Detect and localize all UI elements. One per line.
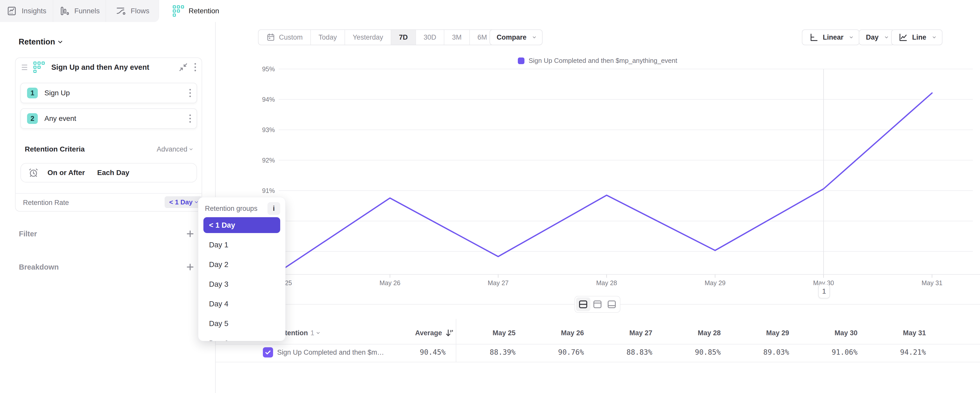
- chart-legend: Sign Up Completed and then $mp_anything_…: [215, 57, 980, 65]
- table-date-header[interactable]: May 26: [508, 329, 584, 337]
- chevron-down-icon: [189, 147, 192, 150]
- advanced-toggle[interactable]: Advanced: [157, 145, 192, 153]
- step-menu-button[interactable]: [188, 113, 190, 124]
- criteria-condition-select[interactable]: On or After: [48, 169, 85, 177]
- annotation-badge[interactable]: 1: [818, 284, 830, 299]
- granularity-select[interactable]: Day: [859, 29, 895, 45]
- add-filter-button[interactable]: [186, 230, 194, 238]
- retention-rate-label: Retention Rate: [23, 199, 69, 207]
- check-icon: [264, 349, 272, 356]
- table-date-header[interactable]: May 31: [850, 329, 926, 337]
- retention-group-option[interactable]: Day 4: [204, 294, 280, 314]
- retention-group-option[interactable]: Day 2: [204, 255, 280, 275]
- tab-insights[interactable]: Insights: [0, 0, 53, 22]
- table-date-header[interactable]: May 29: [713, 329, 789, 337]
- step-event-label: Sign Up: [45, 89, 182, 97]
- layout-table-only-button[interactable]: [605, 297, 619, 311]
- chevron-down-icon: [58, 39, 62, 43]
- retention-rate-select[interactable]: < 1 Day: [165, 196, 202, 208]
- tab-flows[interactable]: Flows: [106, 0, 159, 22]
- chart-type-select[interactable]: Line: [891, 29, 942, 45]
- compare-label: Compare: [496, 34, 527, 42]
- average-value: 90.45%: [369, 348, 445, 356]
- first-col-count: 1: [310, 329, 314, 337]
- range-7d[interactable]: 7D: [391, 30, 415, 45]
- card-divider: [15, 193, 202, 194]
- compare-button[interactable]: Compare: [490, 29, 542, 45]
- range-today[interactable]: Today: [310, 30, 345, 45]
- step-number-badge: 1: [27, 88, 38, 98]
- x-axis-label: May 26: [380, 279, 401, 286]
- query-card-header: Sign Up and then Any event: [15, 59, 202, 75]
- range-label: Today: [318, 34, 337, 42]
- add-breakdown-button[interactable]: [186, 263, 194, 272]
- retention-group-option[interactable]: < 1 Day: [204, 217, 280, 233]
- step-event-label: Any event: [45, 115, 182, 123]
- range-label: 30D: [424, 34, 436, 42]
- step-row-1[interactable]: 1 Sign Up: [21, 83, 197, 103]
- average-label: Average: [415, 329, 442, 337]
- chevron-down-icon: [195, 200, 198, 203]
- range-label: Custom: [279, 34, 303, 42]
- step-menu-button[interactable]: [188, 88, 190, 98]
- retention-icon: [173, 5, 184, 17]
- table-date-header[interactable]: May 28: [644, 329, 721, 337]
- criteria-interval-select[interactable]: Each Day: [97, 169, 129, 177]
- chevron-down-icon: [533, 35, 536, 38]
- x-axis-label: May 29: [705, 279, 725, 286]
- chart-only-icon: [592, 299, 603, 310]
- range-label: 7D: [399, 34, 408, 42]
- layout-split-button[interactable]: [576, 297, 590, 311]
- flows-icon: [115, 6, 126, 16]
- range-3m[interactable]: 3M: [444, 30, 469, 45]
- x-axis-label: May 28: [596, 279, 617, 286]
- tab-funnels[interactable]: Funnels: [53, 0, 106, 22]
- filter-section-label: Filter: [19, 230, 37, 238]
- y-axis-label: 93%: [262, 126, 275, 133]
- collapse-icon: [178, 62, 188, 72]
- criteria-row: On or After Each Day: [21, 163, 197, 182]
- table-only-icon: [607, 299, 617, 310]
- funnels-icon: [59, 6, 70, 16]
- granularity-label: Day: [866, 34, 879, 42]
- info-icon[interactable]: i: [267, 202, 280, 215]
- retention-group-option[interactable]: Day 3: [204, 275, 280, 294]
- y-axis-label: 92%: [262, 157, 275, 164]
- series-name: Sign Up Completed and then $mp_anything_…: [528, 57, 677, 65]
- report-tab-strip: Insights Funnels Flows: [0, 0, 159, 22]
- linear-scale-icon: [809, 32, 819, 42]
- range-label: 6M: [477, 34, 487, 42]
- table-value-cell: 89.03%: [713, 348, 789, 356]
- y-axis-label: 95%: [262, 66, 275, 73]
- collapse-button[interactable]: [178, 62, 188, 72]
- range-30d[interactable]: 30D: [415, 30, 444, 45]
- series-row-name[interactable]: Sign Up Completed and then $m…: [277, 348, 384, 356]
- table-date-header[interactable]: May 27: [576, 329, 652, 337]
- retention-group-option[interactable]: Day 6: [204, 334, 280, 341]
- retention-series-line: [282, 93, 932, 270]
- scale-select[interactable]: Linear: [802, 29, 859, 45]
- retention-report-page: 95%94%93%92%91%May 25May 26May 27May 28M…: [0, 0, 980, 393]
- range-yesterday[interactable]: Yesterday: [345, 30, 391, 45]
- table-date-header[interactable]: May 25: [439, 329, 515, 337]
- chevron-down-icon: [885, 35, 888, 38]
- range-label: Yesterday: [353, 34, 383, 42]
- series-swatch: [518, 58, 525, 64]
- step-row-2[interactable]: 2 Any event: [21, 109, 197, 129]
- drag-handle-icon[interactable]: [22, 65, 27, 70]
- table-date-header[interactable]: May 30: [781, 329, 858, 337]
- layout-chart-only-button[interactable]: [590, 297, 605, 311]
- retention-group-option[interactable]: Day 1: [204, 235, 280, 255]
- menu-title: Retention groups: [204, 204, 258, 212]
- retention-groups-options: < 1 DayDay 1Day 2Day 3Day 4Day 5Day 6: [204, 217, 280, 341]
- table-row-divider: [216, 362, 980, 362]
- retention-group-option[interactable]: Day 5: [204, 314, 280, 334]
- table-value-cell: 94.21%: [850, 348, 926, 356]
- query-menu-button[interactable]: [193, 62, 196, 72]
- range-custom[interactable]: Custom: [259, 30, 310, 45]
- date-range-control: Custom Today Yesterday 7D 30D 3M 6M 12M: [258, 29, 525, 45]
- report-type-selector[interactable]: Retention: [19, 37, 62, 46]
- series-checkbox[interactable]: [263, 347, 273, 358]
- tab-retention-active[interactable]: Retention: [159, 0, 233, 22]
- breakdown-section-label: Breakdown: [19, 263, 59, 272]
